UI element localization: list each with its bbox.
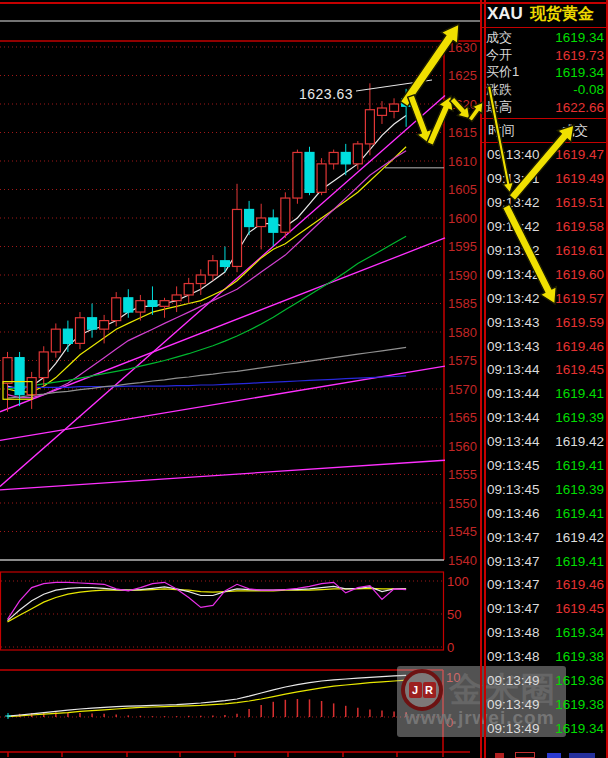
tick-time: 09:13:48 xyxy=(487,625,540,640)
tick-time: 09:13:43 xyxy=(487,339,540,354)
tick-price: 1619.45 xyxy=(555,601,604,616)
trading-terminal: { "quote_panel": { "symbol": "XAU", "nam… xyxy=(0,0,608,758)
svg-text:1540: 1540 xyxy=(448,553,477,568)
tick-time: 09:13:47 xyxy=(487,577,540,592)
tick-price: 1619.59 xyxy=(555,315,604,330)
tick-row: 09:13:451619.41 xyxy=(487,454,604,478)
tick-time-column-header: 时间 xyxy=(488,122,515,140)
tick-price: 1619.45 xyxy=(555,362,604,377)
svg-text:1570: 1570 xyxy=(448,382,477,397)
quote-field-value: 1619.34 xyxy=(555,65,604,80)
quote-field-value: 1619.73 xyxy=(555,48,604,63)
quote-field-value: -0.08 xyxy=(573,82,604,97)
tick-time: 09:13:41 xyxy=(487,171,540,186)
toolbar-fragment xyxy=(495,753,504,758)
tick-list[interactable]: 09:13:401619.4709:13:411619.4909:13:4216… xyxy=(487,143,604,740)
tick-time: 09:13:42 xyxy=(487,195,540,210)
quote-info-row: 今开1619.73 xyxy=(486,46,604,63)
svg-text:1560: 1560 xyxy=(448,439,477,454)
kdj-panel: 100500 xyxy=(1,572,469,655)
tick-price: 1619.51 xyxy=(555,195,604,210)
quote-field-label: 买价1 xyxy=(486,63,519,81)
tick-price: 1619.38 xyxy=(555,697,604,712)
instrument-name: 现货黄金 xyxy=(530,5,594,22)
svg-text:1620: 1620 xyxy=(448,97,477,112)
logo-letter: R xyxy=(423,682,436,698)
svg-text:1545: 1545 xyxy=(448,524,477,539)
svg-text:1590: 1590 xyxy=(448,268,477,283)
tick-row: 09:13:491619.38 xyxy=(487,692,604,716)
svg-text:1575: 1575 xyxy=(448,353,477,368)
svg-text:1605: 1605 xyxy=(448,182,477,197)
tick-row: 09:13:421619.51 xyxy=(487,191,604,215)
tick-price: 1619.58 xyxy=(555,219,604,234)
tick-row: 09:13:421619.61 xyxy=(487,239,604,263)
tick-price: 1619.41 xyxy=(555,506,604,521)
tick-time: 09:13:42 xyxy=(487,267,540,282)
tick-price: 1619.41 xyxy=(555,554,604,569)
svg-text:1555: 1555 xyxy=(448,467,477,482)
tick-price: 1619.46 xyxy=(555,577,604,592)
tick-row: 09:13:471619.45 xyxy=(487,597,604,621)
tick-row: 09:13:421619.58 xyxy=(487,215,604,239)
quote-info-block: 成交1619.34今开1619.73买价11619.34涨跌-0.08最高162… xyxy=(486,29,604,116)
tick-price: 1619.60 xyxy=(555,267,604,282)
quote-panel: XAU现货黄金 成交1619.34今开1619.73买价11619.34涨跌-0… xyxy=(481,0,608,758)
tick-price: 1619.61 xyxy=(555,243,604,258)
tick-row: 09:13:441619.42 xyxy=(487,430,604,454)
tick-row: 09:13:471619.46 xyxy=(487,573,604,597)
tick-price: 1619.36 xyxy=(555,673,604,688)
panel-divider-line xyxy=(484,0,486,758)
quote-info-row: 涨跌-0.08 xyxy=(486,81,604,98)
quote-field-label: 今开 xyxy=(486,46,512,64)
tick-row: 09:13:451619.39 xyxy=(487,477,604,501)
tick-time: 09:13:47 xyxy=(487,530,540,545)
tick-row: 09:13:471619.42 xyxy=(487,525,604,549)
tick-price: 1619.38 xyxy=(555,649,604,664)
svg-text:1565: 1565 xyxy=(448,410,477,425)
tick-row: 09:13:491619.36 xyxy=(487,669,604,693)
svg-text:1600: 1600 xyxy=(448,211,477,226)
tick-time: 09:13:48 xyxy=(487,649,540,664)
tick-row: 09:13:441619.41 xyxy=(487,382,604,406)
tick-price: 1619.46 xyxy=(555,339,604,354)
tick-time: 09:13:44 xyxy=(487,386,540,401)
quote-field-value: 1619.34 xyxy=(555,30,604,45)
quote-info-row: 买价11619.34 xyxy=(486,64,604,81)
tick-row: 09:13:431619.59 xyxy=(487,310,604,334)
separator xyxy=(481,27,607,28)
cut-off-toolbar xyxy=(481,750,608,758)
tick-time: 09:13:49 xyxy=(487,697,540,712)
logo-letter: J xyxy=(409,682,422,698)
svg-text:1630: 1630 xyxy=(448,40,477,55)
tick-price-column-header: 成交 xyxy=(561,122,588,140)
tick-row: 09:13:421619.57 xyxy=(487,286,604,310)
quote-info-row: 最高1622.66 xyxy=(486,99,604,116)
tick-price: 1619.42 xyxy=(555,530,604,545)
tick-price: 1619.49 xyxy=(555,171,604,186)
tick-row: 09:13:481619.34 xyxy=(487,621,604,645)
tick-time: 09:13:46 xyxy=(487,506,540,521)
separator xyxy=(481,118,607,119)
tick-row: 09:13:431619.46 xyxy=(487,334,604,358)
toolbar-fragment xyxy=(515,752,535,758)
top-border-line xyxy=(0,2,608,4)
tick-row: 09:13:491619.34 xyxy=(487,716,604,740)
tick-time: 09:13:42 xyxy=(487,243,540,258)
tick-time: 09:13:49 xyxy=(487,721,540,736)
svg-text:1585: 1585 xyxy=(448,296,477,311)
tick-row: 09:13:441619.39 xyxy=(487,406,604,430)
svg-text:1615: 1615 xyxy=(448,125,477,140)
tick-price: 1619.39 xyxy=(555,410,604,425)
tick-time: 09:13:43 xyxy=(487,315,540,330)
tick-time: 09:13:49 xyxy=(487,673,540,688)
tick-row: 09:13:421619.60 xyxy=(487,262,604,286)
svg-text:1595: 1595 xyxy=(448,239,477,254)
right-border-line xyxy=(606,0,608,758)
tick-price: 1619.47 xyxy=(555,147,604,162)
svg-text:50: 50 xyxy=(447,607,461,622)
separator xyxy=(481,142,607,143)
tick-price: 1619.57 xyxy=(555,291,604,306)
price-callout-label: 1623.63 xyxy=(299,86,353,102)
quote-info-row: 成交1619.34 xyxy=(486,29,604,46)
